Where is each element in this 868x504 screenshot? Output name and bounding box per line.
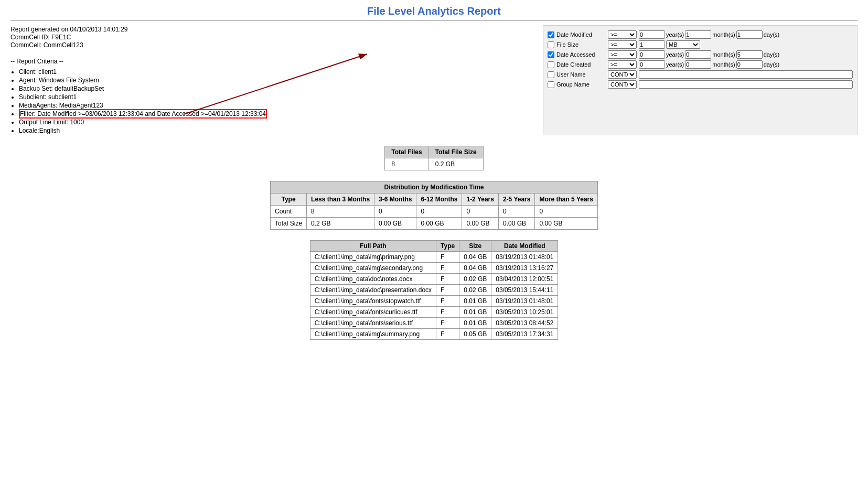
- date-created-years-input[interactable]: [639, 60, 665, 69]
- date-created-days-input[interactable]: [736, 60, 763, 69]
- filter-panel: Date Modified >=<== year(s) month(s) day…: [543, 25, 858, 135]
- criteria-heading: -- Report Criteria --: [10, 58, 267, 65]
- date-created-label: Date Created: [548, 61, 608, 68]
- files-cell: 0.01 GB: [459, 296, 491, 307]
- table-row: Total Size 0.2 GB 0.00 GB 0.00 GB 0.00 G…: [271, 218, 598, 230]
- file-size-label: File Size: [548, 41, 608, 48]
- files-cell: C:\client1\imp_data\img\summary.png: [310, 329, 436, 340]
- table-row: 8 0.2 GB: [385, 158, 484, 170]
- dist-count-6-12m: 0: [416, 206, 462, 218]
- list-item: Output Line Limit: 1000: [19, 119, 267, 126]
- files-cell: 03/19/2013 01:48:01: [491, 252, 558, 263]
- date-accessed-days-input[interactable]: [736, 50, 763, 59]
- file-size-operator[interactable]: >=<==: [608, 40, 637, 49]
- files-cell: C:\client1\imp_data\img\primary.png: [310, 252, 436, 263]
- date-modified-days-input[interactable]: [736, 30, 763, 39]
- dist-count-lt3m: 8: [307, 206, 374, 218]
- files-cell: F: [436, 307, 459, 318]
- files-cell: 0.02 GB: [459, 274, 491, 285]
- page-title: File Level Analytics Report: [10, 5, 858, 21]
- dist-col-gt5y: More than 5 Years: [535, 194, 598, 206]
- dist-size-gt5y: 0.00 GB: [535, 218, 598, 230]
- date-modified-operator[interactable]: >=<==: [608, 30, 637, 39]
- files-col-path: Full Path: [310, 241, 436, 252]
- filter-row-date-created: Date Created >=<== year(s) month(s) day(…: [548, 60, 853, 69]
- files-cell: 03/05/2013 10:25:01: [491, 307, 558, 318]
- group-name-value-input[interactable]: [639, 80, 853, 89]
- dist-col-type: Type: [271, 194, 307, 206]
- date-created-months-input[interactable]: [685, 60, 711, 69]
- group-name-checkbox[interactable]: [548, 81, 554, 88]
- files-cell: 0.04 GB: [459, 263, 491, 274]
- dist-size-lt3m: 0.2 GB: [307, 218, 374, 230]
- files-cell: F: [436, 252, 459, 263]
- files-cell: 0.01 GB: [459, 318, 491, 329]
- files-area: Full Path Type Size Date Modified C:\cli…: [10, 240, 858, 340]
- file-size-value-input[interactable]: [639, 40, 665, 49]
- dist-size-3-6m: 0.00 GB: [374, 218, 416, 230]
- table-row: C:\client1\imp_data\doc\notes.docxF0.02 …: [310, 274, 558, 285]
- dist-size-1-2y: 0.00 GB: [462, 218, 499, 230]
- files-col-size: Size: [459, 241, 491, 252]
- files-cell: 03/05/2013 17:34:31: [491, 329, 558, 340]
- file-size-unit-select[interactable]: MBGBKB: [666, 40, 700, 49]
- distribution-title: Distribution by Modification Time: [271, 181, 598, 194]
- files-cell: F: [436, 274, 459, 285]
- filter-highlight: Filter: Date Modified >=03/06/2013 12:33…: [19, 109, 267, 119]
- files-cell: 0.02 GB: [459, 285, 491, 296]
- table-row: C:\client1\imp_data\img\secondary.pngF0.…: [310, 263, 558, 274]
- list-item: MediaAgents: MediaAgent123: [19, 102, 267, 109]
- group-name-label: Group Name: [548, 81, 608, 88]
- summary-total-size: 0.2 GB: [428, 158, 483, 170]
- files-cell: F: [436, 285, 459, 296]
- date-accessed-checkbox[interactable]: [548, 51, 554, 58]
- table-row: C:\client1\imp_data\img\primary.pngF0.04…: [310, 252, 558, 263]
- file-size-checkbox[interactable]: [548, 41, 554, 48]
- filter-row-date-accessed: Date Accessed >=<== year(s) month(s) day…: [548, 50, 853, 59]
- list-item-filter: Filter: Date Modified >=03/06/2013 12:33…: [19, 110, 267, 117]
- dist-col-2-5y: 2-5 Years: [498, 194, 535, 206]
- table-row: C:\client1\imp_data\fonts\stopwatch.ttfF…: [310, 296, 558, 307]
- user-name-checkbox[interactable]: [548, 71, 554, 78]
- user-name-operator[interactable]: CONTAINSEQUALS: [608, 70, 637, 79]
- date-created-checkbox[interactable]: [548, 61, 554, 68]
- dist-count-2-5y: 0: [498, 206, 535, 218]
- date-accessed-months-input[interactable]: [685, 50, 711, 59]
- files-cell: C:\client1\imp_data\img\secondary.png: [310, 263, 436, 274]
- files-cell: C:\client1\imp_data\fonts\curlicues.ttf: [310, 307, 436, 318]
- files-cell: C:\client1\imp_data\doc\notes.docx: [310, 274, 436, 285]
- list-item: Agent: Windows File System: [19, 77, 267, 84]
- user-name-label: User Name: [548, 71, 608, 78]
- dist-size-2-5y: 0.00 GB: [498, 218, 535, 230]
- files-cell: C:\client1\imp_data\fonts\serious.ttf: [310, 318, 436, 329]
- files-col-type: Type: [436, 241, 459, 252]
- date-modified-months-input[interactable]: [685, 30, 711, 39]
- date-accessed-operator[interactable]: >=<==: [608, 50, 637, 59]
- summary-table: Total Files Total File Size 8 0.2 GB: [384, 146, 484, 170]
- dist-count-1-2y: 0: [462, 206, 499, 218]
- files-cell: 0.05 GB: [459, 329, 491, 340]
- summary-area: Total Files Total File Size 8 0.2 GB: [10, 146, 858, 170]
- date-created-operator[interactable]: >=<==: [608, 60, 637, 69]
- files-cell: F: [436, 318, 459, 329]
- group-name-operator[interactable]: CONTAINSEQUALS: [608, 80, 637, 89]
- summary-header-total-size: Total File Size: [428, 146, 483, 158]
- files-cell: 0.01 GB: [459, 307, 491, 318]
- dist-size-type: Total Size: [271, 218, 307, 230]
- files-cell: 03/05/2013 15:44:11: [491, 285, 558, 296]
- date-modified-checkbox[interactable]: [548, 31, 554, 38]
- files-cell: C:\client1\imp_data\fonts\stopwatch.ttf: [310, 296, 436, 307]
- files-cell: F: [436, 263, 459, 274]
- report-info: Report generated on 04/10/2013 14:01:29 …: [10, 25, 267, 135]
- files-cell: 03/05/2013 08:44:52: [491, 318, 558, 329]
- table-row: C:\client1\imp_data\fonts\curlicues.ttfF…: [310, 307, 558, 318]
- files-cell: F: [436, 296, 459, 307]
- filter-row-group-name: Group Name CONTAINSEQUALS: [548, 80, 853, 89]
- list-item: Locale:English: [19, 127, 267, 134]
- date-modified-years-input[interactable]: [639, 30, 665, 39]
- files-cell: F: [436, 329, 459, 340]
- user-name-value-input[interactable]: [639, 70, 853, 79]
- filter-row-date-modified: Date Modified >=<== year(s) month(s) day…: [548, 30, 853, 39]
- date-accessed-years-input[interactable]: [639, 50, 665, 59]
- files-cell: C:\client1\imp_data\doc\presentation.doc…: [310, 285, 436, 296]
